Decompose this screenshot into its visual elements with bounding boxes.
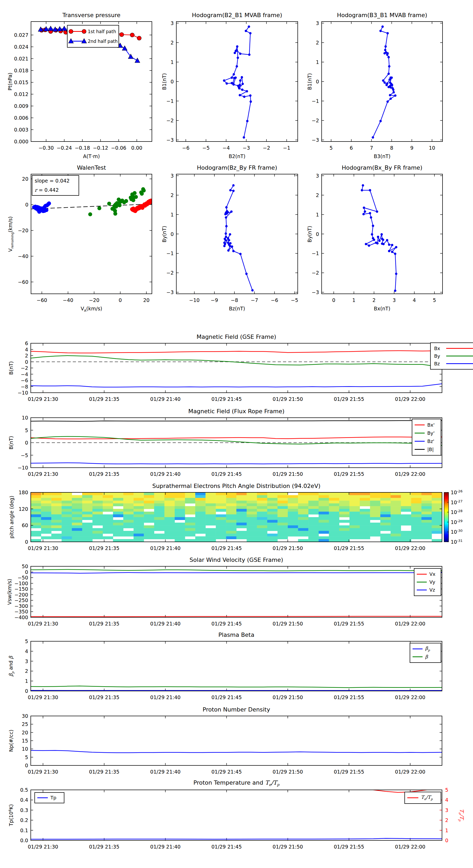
title-hodogram-bzby: Hodogram(Bz_By FR frame)	[197, 164, 277, 171]
title-magnetic-field-gse: Magnetic Field (GSE Frame)	[197, 334, 276, 340]
title-transverse-pressure: Transverse pressure	[63, 12, 121, 19]
title-hodogram-bxby: Hodogram(Bx_By FR frame)	[342, 164, 423, 171]
title-proton-temperature: Proton Temperature and Te/Tp	[193, 779, 279, 787]
title-solar-wind-velocity: Solar Wind Velocity (GSE Frame)	[190, 557, 283, 563]
title-hodogram-b3b1: Hodogram(B3_B1 MVAB frame)	[337, 12, 427, 19]
title-pitch-angle-distribution: Suprathermal Electrons Pitch Angle Distr…	[152, 483, 320, 489]
title-proton-number-density: Proton Number Density	[203, 706, 270, 713]
plot-canvas	[0, 0, 473, 868]
title-walen-test: WalenTest	[77, 164, 106, 171]
title-plasma-beta: Plasma Beta	[218, 631, 255, 638]
figure-page: { "page": {"background": "#ffffff"}, "ti…	[0, 0, 473, 868]
legend-pressure	[67, 25, 119, 48]
colorbar	[444, 492, 448, 542]
legend-beta	[410, 643, 441, 662]
title-hodogram-b2b1: Hodogram(B2_B1 MVAB frame)	[192, 12, 282, 19]
title-magnetic-field-flux-rope: Magnetic Field (Flux Rope Frame)	[188, 408, 284, 414]
legend-mag_fr	[412, 419, 441, 455]
